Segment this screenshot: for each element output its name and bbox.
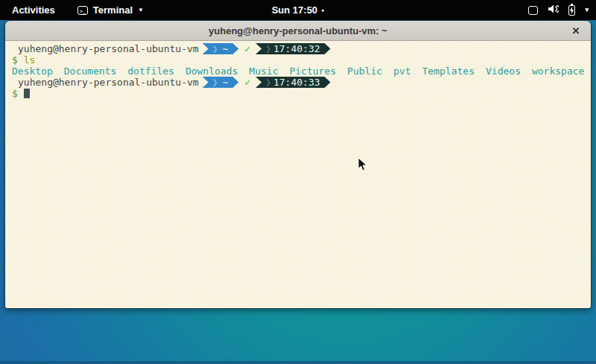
prompt-cwd-segment: ❯ ~ bbox=[203, 43, 239, 54]
terminal-app-icon: >_ bbox=[77, 6, 88, 15]
directory-name: Templates bbox=[422, 66, 475, 77]
shell-prompt-symbol: $ bbox=[12, 88, 18, 99]
app-menu-label: Terminal bbox=[93, 4, 133, 16]
directory-name: Pictures bbox=[289, 66, 336, 77]
notification-dot-icon: ● bbox=[321, 7, 324, 13]
terminal-content-area[interactable]: yuheng@henry-personal-ubuntu-vm ❯ ~ ✓ ❯ … bbox=[5, 41, 591, 308]
prompt-time-segment: ❯ 17:40:33 bbox=[256, 77, 330, 88]
prompt-line: yuheng@henry-personal-ubuntu-vm ❯ ~ ✓ ❯ … bbox=[12, 43, 591, 54]
chevron-down-icon: ▼ bbox=[138, 7, 144, 13]
top-bar: Activities >_ Terminal ▼ Sun 17:50 ● bbox=[0, 0, 596, 20]
desktop: Activities >_ Terminal ▼ Sun 17:50 ● bbox=[0, 0, 596, 364]
powerline-separator-icon: ❯ bbox=[212, 77, 218, 88]
window-titlebar[interactable]: yuheng@henry-personal-ubuntu-vm: ~ ✕ bbox=[5, 21, 591, 41]
directory-name: Downloads bbox=[186, 66, 238, 77]
current-command-line: $ bbox=[12, 88, 591, 99]
powerline-separator-icon: ❯ bbox=[265, 43, 271, 54]
powerline-separator-icon: ❯ bbox=[265, 77, 271, 88]
command-line: $ ls bbox=[12, 54, 591, 66]
prompt-time-segment: ❯ 17:40:32 bbox=[256, 43, 330, 54]
shell-prompt-symbol: $ bbox=[12, 54, 18, 66]
powerline-separator-icon: ❯ bbox=[212, 43, 218, 54]
directory-name: Documents bbox=[64, 66, 116, 77]
directory-name: pvt bbox=[393, 66, 410, 77]
volume-icon bbox=[548, 4, 559, 16]
close-icon[interactable]: ✕ bbox=[568, 21, 584, 41]
prompt-user-host: yuheng@henry-personal-ubuntu-vm bbox=[18, 77, 199, 88]
check-icon: ✓ bbox=[244, 43, 250, 54]
directory-name: Videos bbox=[486, 66, 521, 77]
directory-name: Music bbox=[249, 66, 278, 77]
directory-name: dotfiles bbox=[127, 66, 174, 77]
prompt-time: 17:40:33 bbox=[273, 77, 320, 88]
directory-name: Desktop bbox=[12, 66, 53, 77]
check-icon: ✓ bbox=[244, 77, 250, 88]
ls-output-line: DesktopDocumentsdotfilesDownloadsMusicPi… bbox=[12, 66, 591, 77]
prompt-cwd-segment: ❯ ~ bbox=[203, 77, 239, 88]
app-menu-terminal[interactable]: >_ Terminal ▼ bbox=[77, 4, 144, 16]
clock-button[interactable]: Sun 17:50 ● bbox=[272, 0, 325, 20]
clock-label: Sun 17:50 bbox=[272, 4, 317, 16]
battery-charging-icon bbox=[568, 5, 575, 16]
prompt-time: 17:40:32 bbox=[273, 43, 320, 54]
prompt-cwd: ~ bbox=[222, 77, 228, 88]
directory-name: Public bbox=[347, 66, 382, 77]
system-tray-menu[interactable]: ▾ bbox=[528, 0, 589, 20]
window-title: yuheng@henry-personal-ubuntu-vm: ~ bbox=[209, 25, 387, 36]
typed-command: ls bbox=[24, 54, 36, 66]
directory-name: workspace bbox=[532, 66, 584, 77]
activities-button[interactable]: Activities bbox=[7, 3, 60, 17]
text-cursor bbox=[24, 89, 30, 98]
terminal-window: yuheng@henry-personal-ubuntu-vm: ~ ✕ yuh… bbox=[5, 21, 591, 308]
desktop-bottom-edge bbox=[0, 361, 596, 364]
screen-icon bbox=[528, 6, 538, 15]
chevron-down-icon: ▾ bbox=[585, 7, 589, 13]
prompt-cwd: ~ bbox=[222, 43, 228, 54]
prompt-line: yuheng@henry-personal-ubuntu-vm ❯ ~ ✓ ❯ … bbox=[12, 77, 591, 88]
prompt-user-host: yuheng@henry-personal-ubuntu-vm bbox=[18, 43, 199, 54]
